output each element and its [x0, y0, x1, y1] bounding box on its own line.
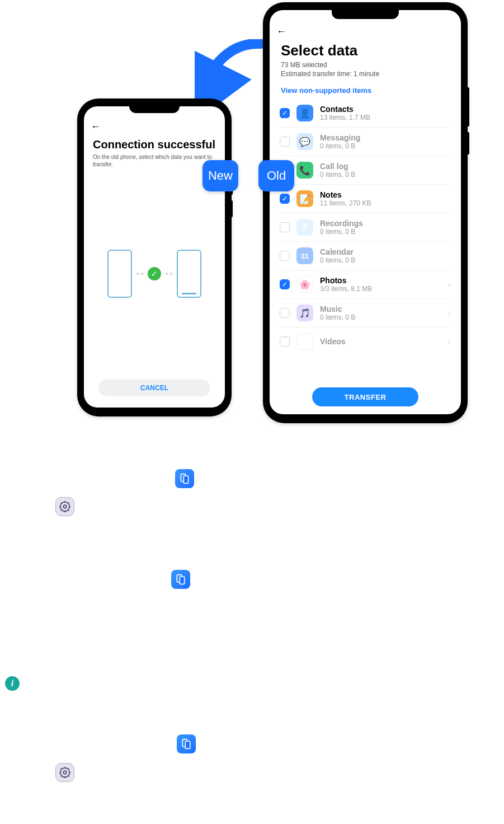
messaging-icon: 💬 [296, 133, 313, 150]
checkbox[interactable] [280, 308, 290, 318]
phone-clone-icon [171, 570, 190, 589]
checkbox[interactable]: ✓ [280, 194, 290, 204]
svg-line-10 [61, 510, 62, 511]
svg-line-8 [61, 503, 62, 504]
page-title: Connection successful [84, 135, 225, 153]
old-phone-badge: Old [258, 160, 294, 191]
phone-clone-icon [177, 734, 196, 753]
old-phone-frame: ← Select data 73 MB selected Estimated t… [264, 3, 467, 422]
connection-illustration: ✓ [84, 168, 225, 380]
data-row-messaging[interactable]: 💬Messaging0 items, 0 B [280, 128, 451, 156]
row-title: Notes [320, 190, 451, 199]
mini-phone-icon [107, 250, 132, 298]
call-log-icon: 📞 [296, 162, 313, 179]
checkbox[interactable] [280, 222, 290, 232]
row-title: Call log [320, 162, 451, 171]
mini-phone-icon [177, 250, 201, 298]
svg-rect-15 [185, 741, 190, 748]
row-meta: 0 items, 0 B [320, 256, 451, 264]
svg-point-17 [63, 771, 67, 774]
chevron-right-icon: › [448, 337, 451, 346]
transfer-arrow-icon [195, 39, 267, 106]
svg-line-24 [61, 776, 62, 777]
svg-rect-13 [180, 577, 184, 584]
svg-line-11 [68, 503, 69, 504]
row-meta: 11 items, 270 KB [320, 199, 451, 207]
data-row-notes[interactable]: ✓📝Notes11 items, 270 KB [280, 185, 451, 213]
svg-line-22 [61, 769, 62, 770]
row-meta: 0 items, 0 B [320, 228, 451, 236]
checkbox[interactable] [280, 251, 290, 261]
videos-icon: ▶ [296, 333, 313, 350]
chevron-right-icon: › [448, 308, 451, 317]
back-button[interactable]: ← [270, 24, 461, 40]
row-meta: 0 items, 0 B [320, 171, 451, 179]
data-row-calendar[interactable]: 31Calendar0 items, 0 B [280, 242, 451, 270]
checkbox[interactable] [280, 137, 290, 147]
selected-size: 73 MB selected [270, 60, 461, 69]
svg-line-25 [68, 769, 69, 770]
svg-point-3 [63, 505, 67, 508]
checkbox[interactable] [280, 336, 290, 347]
row-meta: 3/3 items, 8.1 MB [320, 285, 441, 293]
row-meta: 0 items, 0 B [320, 313, 441, 321]
svg-rect-1 [183, 476, 188, 483]
data-row-videos[interactable]: ▶Videos› [280, 327, 451, 355]
calendar-icon: 31 [296, 247, 313, 264]
row-title: Calendar [320, 247, 451, 256]
settings-icon [55, 497, 74, 516]
svg-line-23 [68, 776, 69, 777]
data-row-contacts[interactable]: ✓👤Contacts13 items, 1.7 MB [280, 99, 451, 128]
row-title: Contacts [320, 105, 451, 114]
checkbox[interactable]: ✓ [280, 108, 290, 118]
row-title: Photos [320, 276, 441, 285]
notes-icon: 📝 [296, 190, 313, 207]
contacts-icon: 👤 [296, 105, 313, 121]
row-title: Music [320, 305, 441, 313]
data-row-music[interactable]: 🎵Music0 items, 0 B› [280, 299, 451, 327]
transfer-button[interactable]: TRANSFER [312, 387, 418, 406]
success-check-icon: ✓ [148, 267, 161, 280]
recordings-icon: 🎙 [296, 219, 313, 236]
data-type-list: ✓👤Contacts13 items, 1.7 MB💬Messaging0 it… [270, 99, 461, 383]
data-row-call-log[interactable]: 📞Call log0 items, 0 B [280, 156, 451, 185]
row-title: Videos [320, 337, 441, 346]
page-title: Select data [270, 40, 461, 60]
transfer-estimate: Estimated transfer time: 1 minute [270, 69, 461, 78]
settings-icon [55, 763, 74, 782]
phone-clone-icon [175, 469, 194, 488]
photos-icon: 🌸 [296, 276, 313, 293]
row-meta: 0 items, 0 B [320, 142, 451, 150]
data-row-photos[interactable]: ✓🌸Photos3/3 items, 8.1 MB› [280, 270, 451, 299]
chevron-right-icon: › [448, 280, 451, 289]
cancel-button[interactable]: CANCEL [98, 380, 210, 396]
row-meta: 13 items, 1.7 MB [320, 114, 451, 121]
checkbox[interactable]: ✓ [280, 279, 290, 289]
data-row-recordings[interactable]: 🎙Recordings0 items, 0 B [280, 213, 451, 242]
svg-line-9 [68, 510, 69, 511]
row-title: Recordings [320, 219, 451, 228]
info-icon: i [5, 676, 20, 691]
back-button[interactable]: ← [84, 119, 225, 135]
row-title: Messaging [320, 133, 451, 142]
non-supported-link[interactable]: View non-supported items [270, 78, 461, 99]
new-phone-frame: ← Connection successful On the old phone… [78, 100, 230, 415]
new-phone-badge: New [202, 160, 238, 191]
music-icon: 🎵 [296, 305, 313, 321]
